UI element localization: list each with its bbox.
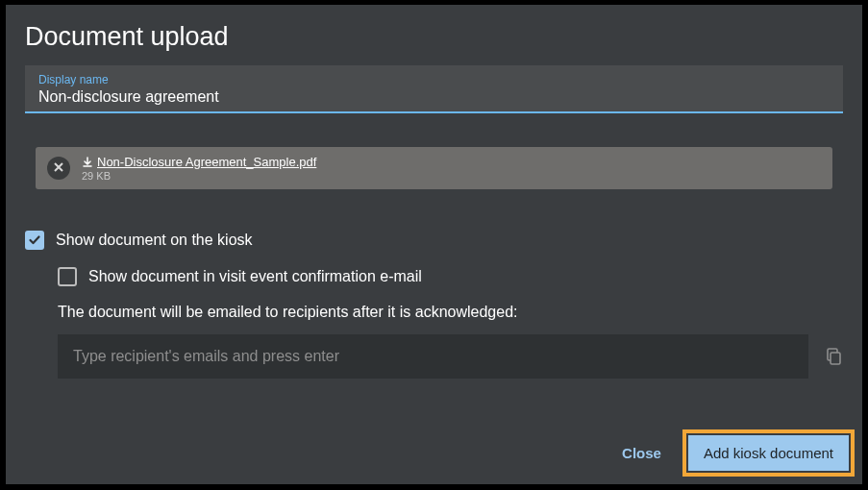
close-icon xyxy=(54,162,63,174)
svg-rect-1 xyxy=(831,353,840,364)
document-upload-dialog: Document upload Display name Non- xyxy=(6,5,862,484)
dialog-title: Document upload xyxy=(6,5,862,65)
recipients-label: The document will be emailed to recipien… xyxy=(58,304,843,321)
recipients-input[interactable] xyxy=(58,334,808,379)
display-name-field[interactable]: Display name xyxy=(25,65,843,113)
add-kiosk-document-button[interactable]: Add kiosk document xyxy=(688,435,849,471)
file-name-text: Non-Disclosure Agreement_Sample.pdf xyxy=(97,155,316,169)
show-in-email-label: Show document in visit event confirmatio… xyxy=(88,268,422,285)
file-info: Non-Disclosure Agreement_Sample.pdf 29 K… xyxy=(82,155,316,182)
dialog-footer: Close Add kiosk document xyxy=(608,429,855,477)
recipients-input-row xyxy=(58,334,843,379)
add-button-highlight: Add kiosk document xyxy=(682,429,855,477)
file-name-link[interactable]: Non-Disclosure Agreement_Sample.pdf xyxy=(82,155,316,169)
show-on-kiosk-row: Show document on the kiosk xyxy=(25,231,843,250)
download-icon xyxy=(82,157,93,168)
close-button[interactable]: Close xyxy=(608,435,675,471)
show-in-email-row: Show document in visit event confirmatio… xyxy=(58,267,843,286)
file-upload-zone: Non-Disclosure Agreement_Sample.pdf 29 K… xyxy=(25,136,843,200)
uploaded-file-row: Non-Disclosure Agreement_Sample.pdf 29 K… xyxy=(36,147,832,189)
file-size: 29 KB xyxy=(82,170,316,182)
remove-file-button[interactable] xyxy=(47,157,70,180)
copy-icon[interactable] xyxy=(824,347,843,366)
dialog-content: Display name Non-Disclosure Agreement_Sa… xyxy=(6,65,862,379)
show-in-email-checkbox[interactable] xyxy=(58,267,77,286)
show-on-kiosk-checkbox[interactable] xyxy=(25,231,44,250)
show-on-kiosk-label: Show document on the kiosk xyxy=(56,232,253,249)
display-name-input[interactable] xyxy=(38,88,830,106)
display-name-label: Display name xyxy=(38,73,830,86)
